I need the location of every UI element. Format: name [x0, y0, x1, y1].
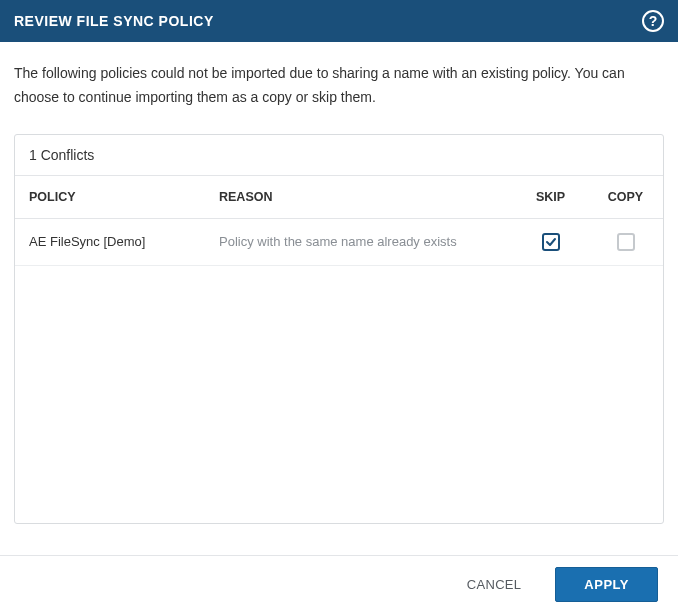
dialog-header: REVIEW FILE SYNC POLICY ? — [0, 0, 678, 42]
column-header-copy: COPY — [588, 176, 663, 219]
dialog-description: The following policies could not be impo… — [0, 42, 678, 134]
conflicts-table: POLICY REASON SKIP COPY AE FileSync [Dem… — [15, 176, 663, 266]
cancel-button[interactable]: CANCEL — [461, 569, 528, 600]
help-icon[interactable]: ? — [642, 10, 664, 32]
column-header-skip: SKIP — [513, 176, 588, 219]
policy-name-cell: AE FileSync [Demo] — [15, 218, 205, 265]
copy-checkbox[interactable] — [617, 233, 635, 251]
table-row: AE FileSync [Demo] Policy with the same … — [15, 218, 663, 265]
apply-button[interactable]: APPLY — [555, 567, 658, 602]
skip-checkbox[interactable] — [542, 233, 560, 251]
checkmark-icon — [545, 236, 557, 248]
conflicts-count-title: 1 Conflicts — [15, 135, 663, 176]
dialog-title: REVIEW FILE SYNC POLICY — [14, 13, 214, 29]
column-header-reason: REASON — [205, 176, 513, 219]
reason-cell: Policy with the same name already exists — [205, 218, 513, 265]
column-header-policy: POLICY — [15, 176, 205, 219]
dialog-footer: CANCEL APPLY — [0, 555, 678, 613]
conflicts-panel: 1 Conflicts POLICY REASON SKIP COPY AE F… — [14, 134, 664, 524]
